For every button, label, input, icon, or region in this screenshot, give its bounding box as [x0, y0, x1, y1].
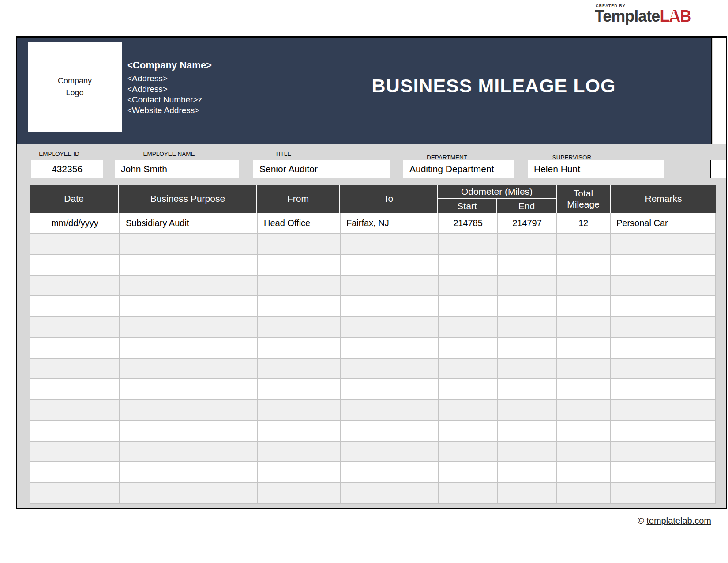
purpose-cell[interactable]: Subsidiary Audit: [120, 213, 258, 233]
date-cell[interactable]: [30, 462, 120, 482]
total-cell[interactable]: [557, 255, 611, 275]
from-cell[interactable]: [258, 255, 341, 275]
date-cell[interactable]: [30, 421, 120, 441]
end-cell[interactable]: [498, 421, 557, 441]
purpose-cell[interactable]: [120, 234, 258, 254]
to-cell[interactable]: [341, 234, 439, 254]
remarks-cell[interactable]: [611, 421, 715, 441]
start-cell[interactable]: [439, 400, 498, 420]
end-cell[interactable]: [498, 483, 557, 503]
to-cell[interactable]: [341, 359, 439, 378]
from-cell[interactable]: [258, 379, 341, 399]
purpose-cell[interactable]: [120, 462, 258, 482]
start-cell[interactable]: [439, 462, 498, 482]
from-cell[interactable]: [258, 462, 341, 482]
purpose-cell[interactable]: [120, 338, 258, 358]
end-cell[interactable]: [498, 234, 557, 254]
purpose-cell[interactable]: [120, 442, 258, 461]
end-cell[interactable]: [498, 379, 557, 399]
start-cell[interactable]: [439, 296, 498, 316]
from-cell[interactable]: [258, 483, 341, 503]
end-cell[interactable]: [498, 276, 557, 295]
purpose-cell[interactable]: [120, 296, 258, 316]
to-cell[interactable]: [341, 296, 439, 316]
purpose-cell[interactable]: [120, 379, 258, 399]
start-cell[interactable]: [439, 483, 498, 503]
total-cell[interactable]: [557, 379, 611, 399]
start-cell[interactable]: 214785: [439, 213, 498, 233]
to-cell[interactable]: [341, 255, 439, 275]
remarks-cell[interactable]: [611, 317, 715, 337]
total-cell[interactable]: [557, 442, 611, 461]
to-cell[interactable]: [341, 442, 439, 461]
from-cell[interactable]: [258, 338, 341, 358]
remarks-cell[interactable]: [611, 442, 715, 461]
to-cell[interactable]: [341, 421, 439, 441]
end-cell[interactable]: [498, 462, 557, 482]
start-cell[interactable]: [439, 276, 498, 295]
start-cell[interactable]: [439, 421, 498, 441]
remarks-cell[interactable]: [611, 379, 715, 399]
purpose-cell[interactable]: [120, 276, 258, 295]
supervisor-field[interactable]: Helen Hunt: [528, 160, 664, 178]
end-cell[interactable]: [498, 400, 557, 420]
from-cell[interactable]: [258, 276, 341, 295]
total-cell[interactable]: [557, 317, 611, 337]
purpose-cell[interactable]: [120, 483, 258, 503]
total-cell[interactable]: [557, 276, 611, 295]
from-cell[interactable]: [258, 296, 341, 316]
remarks-cell[interactable]: [611, 255, 715, 275]
remarks-cell[interactable]: [611, 234, 715, 254]
to-cell[interactable]: [341, 338, 439, 358]
end-cell[interactable]: [498, 296, 557, 316]
start-cell[interactable]: [439, 379, 498, 399]
purpose-cell[interactable]: [120, 400, 258, 420]
date-cell[interactable]: [30, 483, 120, 503]
purpose-cell[interactable]: [120, 359, 258, 378]
start-cell[interactable]: [439, 442, 498, 461]
remarks-cell[interactable]: [611, 359, 715, 378]
total-cell[interactable]: [557, 483, 611, 503]
date-cell[interactable]: [30, 276, 120, 295]
start-cell[interactable]: [439, 234, 498, 254]
from-cell[interactable]: [258, 234, 341, 254]
start-cell[interactable]: [439, 359, 498, 378]
date-cell[interactable]: [30, 317, 120, 337]
to-cell[interactable]: [341, 379, 439, 399]
date-cell[interactable]: [30, 379, 120, 399]
employee-name-field[interactable]: John Smith: [115, 160, 239, 178]
start-cell[interactable]: [439, 317, 498, 337]
to-cell[interactable]: [341, 276, 439, 295]
remarks-cell[interactable]: Personal Car: [611, 213, 715, 233]
date-cell[interactable]: [30, 234, 120, 254]
from-cell[interactable]: [258, 317, 341, 337]
purpose-cell[interactable]: [120, 255, 258, 275]
from-cell[interactable]: [258, 359, 341, 378]
total-cell[interactable]: [557, 421, 611, 441]
remarks-cell[interactable]: [611, 400, 715, 420]
total-cell[interactable]: [557, 234, 611, 254]
from-cell[interactable]: [258, 400, 341, 420]
title-field[interactable]: Senior Auditor: [253, 160, 390, 178]
department-field[interactable]: Auditing Department: [403, 160, 514, 178]
end-cell[interactable]: [498, 338, 557, 358]
start-cell[interactable]: [439, 338, 498, 358]
from-cell[interactable]: [258, 442, 341, 461]
remarks-cell[interactable]: [611, 276, 715, 295]
to-cell[interactable]: [341, 462, 439, 482]
date-cell[interactable]: [30, 400, 120, 420]
end-cell[interactable]: [498, 255, 557, 275]
total-cell[interactable]: [557, 462, 611, 482]
to-cell[interactable]: [341, 400, 439, 420]
remarks-cell[interactable]: [611, 483, 715, 503]
end-cell[interactable]: [498, 359, 557, 378]
purpose-cell[interactable]: [120, 317, 258, 337]
to-cell[interactable]: Fairfax, NJ: [341, 213, 439, 233]
employee-id-field[interactable]: 432356: [31, 160, 103, 178]
remarks-cell[interactable]: [611, 338, 715, 358]
date-cell[interactable]: [30, 442, 120, 461]
end-cell[interactable]: [498, 442, 557, 461]
from-cell[interactable]: [258, 421, 341, 441]
end-cell[interactable]: [498, 317, 557, 337]
date-cell[interactable]: [30, 296, 120, 316]
